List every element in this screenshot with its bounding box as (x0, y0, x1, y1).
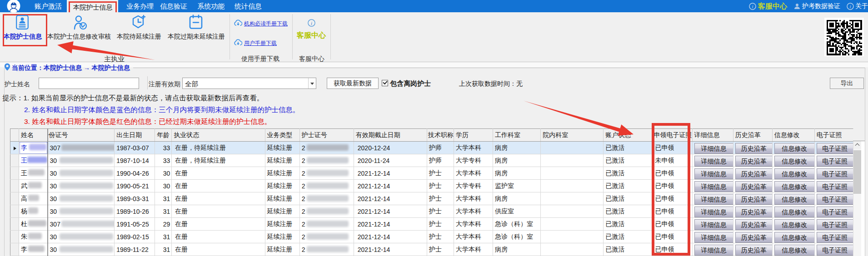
svg-text:i: i (849, 4, 851, 9)
svg-text:i: i (311, 20, 312, 26)
svg-text:i: i (752, 4, 753, 9)
